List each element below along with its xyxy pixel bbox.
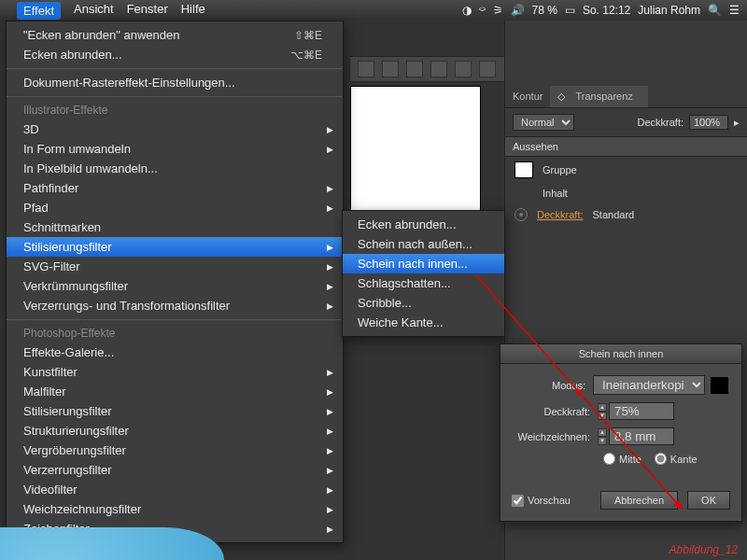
menuitem-distort[interactable]: Verzerrungsfilter	[7, 460, 343, 480]
blur-input[interactable]	[609, 427, 674, 445]
preview-label: Vorschau	[528, 495, 571, 506]
bluetooth-icon[interactable]: ⌔	[479, 4, 486, 17]
submenu-scribble[interactable]: Scribble...	[343, 293, 504, 313]
menuitem-apply-last[interactable]: "Ecken abrunden" anwenden ⇧⌘E	[7, 25, 343, 45]
notification-icon[interactable]: ◑	[462, 4, 472, 17]
appearance-contents-row[interactable]: Inhalt	[505, 183, 747, 203]
glow-color-swatch[interactable]	[711, 377, 728, 394]
dialog-title: Schein nach innen	[500, 344, 741, 364]
align-bottom-icon[interactable]	[479, 61, 496, 77]
radio-edge-label: Kante	[670, 454, 698, 465]
menuitem-raster-settings[interactable]: Dokument-Rastereffekt-Einstellungen...	[7, 73, 343, 92]
submenu-drop-shadow[interactable]: Schlagschatten...	[343, 273, 504, 293]
menuitem-label: Ecken abrunden...	[23, 48, 122, 62]
clock[interactable]: So. 12:12	[583, 4, 630, 17]
align-right-icon[interactable]	[406, 61, 423, 77]
mode-label: Modus:	[514, 380, 593, 391]
mode-select[interactable]: Ineinanderkopieren	[593, 375, 705, 395]
menuitem-effect-gallery[interactable]: Effekte-Galerie...	[7, 343, 343, 362]
menuitem-ps-stylize[interactable]: Stilisierungsfilter	[7, 401, 343, 421]
menuitem-shortcut: ⌥⌘E	[290, 49, 322, 62]
menu-section-photoshop: Photoshop-Effekte	[7, 324, 343, 343]
menubar-status: ◑ ⌔ ⚞ 🔊 78 % ▭ So. 12:12 Julian Rohm 🔍 ☰	[462, 4, 740, 17]
transparency-row: Normal Deckkraft: ▸	[505, 108, 747, 136]
menubar-username[interactable]: Julian Rohm	[638, 4, 700, 17]
menuitem-shortcut: ⇧⌘E	[294, 29, 322, 42]
opacity-input[interactable]	[609, 402, 674, 420]
appearance-opacity-row[interactable]: Deckkraft: Standard	[505, 203, 747, 226]
wifi-icon[interactable]: ⚞	[493, 4, 503, 17]
effect-menu-dropdown: "Ecken abrunden" anwenden ⇧⌘E Ecken abru…	[6, 21, 344, 543]
submenu-inner-glow[interactable]: Schein nach innen...	[343, 254, 504, 273]
menuitem-blur[interactable]: Weichzeichnungsfilter	[7, 499, 343, 519]
opacity-chevron-icon[interactable]: ▸	[734, 117, 740, 129]
inner-glow-dialog: Schein nach innen Modus: Ineinanderkopie…	[500, 343, 742, 522]
appearance-target-row: Gruppe	[505, 157, 747, 183]
tab-transparenz[interactable]: ◇ Transparenz	[550, 86, 647, 107]
panel-header-aussehen[interactable]: Aussehen	[505, 136, 747, 157]
appearance-opacity-value: Standard	[593, 209, 635, 220]
list-icon[interactable]: ☰	[729, 4, 740, 17]
appearance-target-label: Gruppe	[543, 164, 577, 175]
align-center-icon[interactable]	[382, 61, 399, 77]
mac-menubar: Effekt Ansicht Fenster Hilfe ◑ ⌔ ⚞ 🔊 78 …	[0, 0, 747, 21]
submenu-outer-glow[interactable]: Schein nach außen...	[343, 234, 504, 254]
menuitem-path[interactable]: Pfad	[7, 198, 343, 217]
figure-caption: Abbildung_12	[669, 543, 738, 556]
tab-kontur[interactable]: Kontur	[505, 86, 550, 107]
menuitem-pathfinder[interactable]: Pathfinder	[7, 178, 343, 198]
blend-mode-select[interactable]: Normal	[513, 114, 574, 131]
menuitem-last[interactable]: Ecken abrunden... ⌥⌘E	[7, 45, 343, 64]
align-middle-icon[interactable]	[455, 61, 472, 77]
menuitem-video[interactable]: Videofilter	[7, 480, 343, 499]
cancel-button[interactable]: Abbrechen	[600, 491, 678, 510]
menu-section-illustrator: Illustrator-Effekte	[7, 101, 343, 119]
align-top-icon[interactable]	[430, 61, 447, 77]
panel-tabs-stroke: Kontur ◇ Transparenz	[505, 86, 747, 108]
menuitem-cropmarks[interactable]: Schnittmarken	[7, 217, 343, 237]
menuitem-distort-transform[interactable]: Verzerrungs- und Transformationsfilter	[7, 296, 343, 315]
menu-fenster[interactable]: Fenster	[127, 2, 168, 20]
menuitem-texture[interactable]: Strukturierungsfilter	[7, 421, 343, 441]
battery-icon[interactable]: ▭	[565, 4, 575, 17]
submenu-round-corners[interactable]: Ecken abrunden...	[343, 215, 504, 234]
menuitem-svg-filters[interactable]: SVG-Filter	[7, 257, 343, 276]
appearance-contents-label: Inhalt	[543, 188, 568, 199]
menuitem-warp[interactable]: Verkrümmungsfilter	[7, 276, 343, 296]
menu-hilfe[interactable]: Hilfe	[181, 2, 205, 20]
visibility-eye-icon[interactable]	[514, 208, 528, 221]
menubar-menus: Effekt Ansicht Fenster Hilfe	[17, 2, 205, 20]
menuitem-artistic[interactable]: Kunstfilter	[7, 362, 343, 382]
opacity-stepper[interactable]: ▲▼	[598, 403, 607, 420]
artwork-shape	[0, 527, 224, 560]
blur-label: Weichzeichnen:	[514, 431, 598, 442]
radio-edge[interactable]: Kante	[655, 453, 698, 465]
menuitem-rasterize[interactable]: In Pixelbild umwandeln...	[7, 159, 343, 178]
menuitem-label: "Ecken abrunden" anwenden	[23, 28, 180, 42]
opacity-label: Deckkraft:	[514, 406, 598, 417]
stylize-submenu: Ecken abrunden... Schein nach außen... S…	[342, 210, 505, 337]
menu-ansicht[interactable]: Ansicht	[74, 2, 114, 20]
align-left-icon[interactable]	[358, 61, 374, 77]
opacity-label: Deckkraft:	[637, 117, 684, 128]
spotlight-icon[interactable]: 🔍	[708, 4, 722, 17]
submenu-feather[interactable]: Weiche Kante...	[343, 313, 504, 332]
menuitem-stylize[interactable]: Stilisierungsfilter	[7, 237, 343, 257]
menuitem-pixelate[interactable]: Vergröberungsfilter	[7, 441, 343, 460]
fill-swatch[interactable]	[514, 161, 533, 178]
radio-center[interactable]: Mitte	[603, 453, 641, 465]
menu-effekt[interactable]: Effekt	[17, 2, 61, 20]
menuitem-brush-strokes[interactable]: Malfilter	[7, 382, 343, 401]
battery-percent: 78 %	[532, 4, 557, 17]
radio-center-label: Mitte	[619, 454, 641, 465]
menuitem-convert-shape[interactable]: In Form umwandeln	[7, 139, 343, 159]
volume-icon[interactable]: 🔊	[511, 4, 525, 17]
preview-checkbox[interactable]: Vorschau	[512, 495, 571, 507]
opacity-field[interactable]	[689, 115, 728, 130]
ok-button[interactable]: OK	[687, 491, 730, 510]
blur-stepper[interactable]: ▲▼	[598, 428, 607, 445]
menuitem-3d[interactable]: 3D	[7, 119, 343, 139]
appearance-opacity-link[interactable]: Deckkraft:	[537, 209, 584, 220]
